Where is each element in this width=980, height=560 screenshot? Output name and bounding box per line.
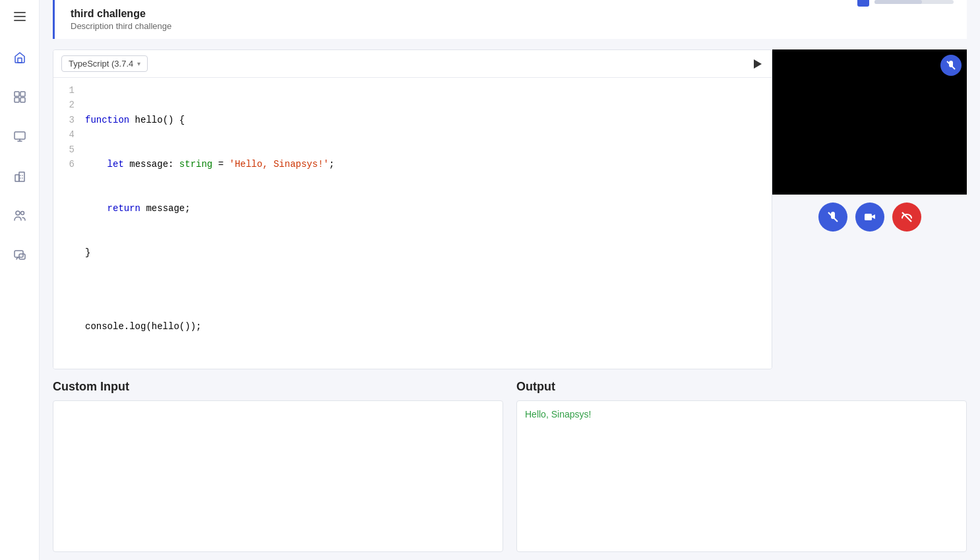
svg-rect-0 [14, 12, 26, 13]
sidebar-item-chat[interactable] [8, 243, 32, 267]
output-box: Hello, Sinapsys! [516, 400, 967, 552]
svg-rect-3 [18, 58, 22, 63]
svg-rect-18 [19, 254, 25, 259]
challenge-title: third challenge [71, 8, 951, 20]
svg-rect-4 [15, 92, 19, 96]
sidebar-item-home[interactable] [8, 46, 32, 69]
language-label: TypeScript (3.7.4 [69, 59, 133, 69]
bottom-section: Custom Input Output Hello, Sinapsys! [53, 380, 967, 555]
sidebar-item-monitor[interactable] [8, 125, 32, 148]
output-label: Output [516, 380, 967, 394]
custom-input-label: Custom Input [53, 380, 503, 394]
video-screen [772, 49, 967, 195]
svg-rect-6 [15, 98, 19, 102]
sidebar-item-people[interactable] [8, 204, 32, 228]
video-controls [818, 202, 921, 232]
output-value: Hello, Sinapsys! [525, 409, 591, 420]
editor-toolbar: TypeScript (3.7.4 ▾ [53, 50, 772, 78]
video-panel [772, 49, 967, 369]
output-column: Output Hello, Sinapsys! [516, 380, 967, 555]
svg-rect-8 [15, 132, 25, 139]
sidebar [0, 0, 40, 560]
svg-rect-10 [19, 172, 24, 181]
custom-input-textarea[interactable] [53, 400, 503, 552]
svg-marker-19 [754, 59, 762, 69]
svg-rect-2 [14, 20, 26, 21]
run-button[interactable] [750, 57, 764, 71]
sidebar-item-building[interactable] [8, 164, 32, 188]
progress-fill [874, 0, 922, 4]
svg-rect-22 [865, 214, 872, 220]
challenge-description: Description third challenge [71, 21, 951, 31]
challenge-header: third challenge Description third challe… [53, 0, 967, 39]
svg-rect-7 [20, 98, 25, 102]
line-numbers: 1 2 3 4 5 6 [53, 83, 85, 363]
svg-rect-9 [15, 175, 19, 181]
code-line-3: return message; [85, 201, 761, 216]
svg-point-15 [16, 211, 20, 215]
chevron-down-icon: ▾ [137, 60, 140, 67]
sidebar-item-grid[interactable] [8, 85, 32, 109]
code-editor[interactable]: TypeScript (3.7.4 ▾ 1 2 3 4 5 6 [53, 49, 772, 369]
code-area[interactable]: 1 2 3 4 5 6 function hello() { let messa… [53, 78, 772, 369]
language-selector[interactable]: TypeScript (3.7.4 ▾ [61, 55, 148, 72]
code-line-1: function hello() { [85, 113, 761, 127]
code-line-2: let message: string = 'Hello, Sinapsys!'… [85, 157, 761, 171]
toggle-video-button[interactable] [855, 202, 884, 232]
svg-point-16 [20, 212, 24, 215]
code-line-4: } [85, 245, 761, 260]
end-call-button[interactable] [892, 202, 921, 232]
code-lines[interactable]: function hello() { let message: string =… [85, 83, 772, 363]
main-content: third challenge Description third challe… [40, 0, 980, 560]
svg-rect-5 [20, 92, 25, 96]
menu-icon[interactable] [14, 11, 26, 24]
mute-mic-button[interactable] [818, 202, 847, 232]
progress-bar [874, 0, 954, 4]
sidebar-nav [8, 46, 32, 267]
custom-input-column: Custom Input [53, 380, 503, 555]
blue-square-indicator [857, 0, 869, 7]
code-line-6: console.log(hello()); [85, 319, 761, 334]
mic-muted-top-indicator [940, 55, 962, 76]
svg-rect-1 [14, 16, 26, 17]
editor-video-row: TypeScript (3.7.4 ▾ 1 2 3 4 5 6 [53, 49, 967, 369]
